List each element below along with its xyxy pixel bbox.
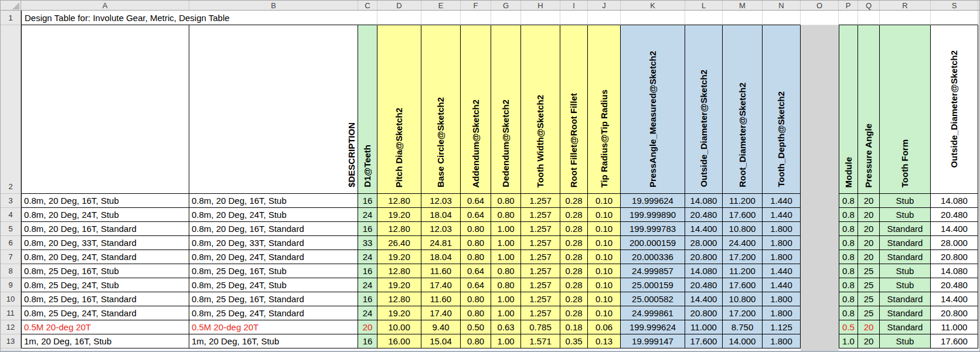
cell-F5[interactable]: 0.80 [461, 222, 491, 236]
cell-C1[interactable] [358, 11, 377, 25]
cell-F11[interactable]: 0.80 [461, 306, 491, 320]
cell-G7[interactable]: 1.00 [491, 250, 521, 264]
cell-B13[interactable]: 1m, 20 Deg, 16T, Stub [189, 334, 358, 348]
cell-N8[interactable]: 1.440 [763, 264, 801, 278]
cell-K9[interactable]: 25.000159 [621, 278, 685, 292]
cell-E1[interactable] [421, 11, 461, 25]
cell-R2-header[interactable]: Tooth Form [880, 25, 931, 194]
cell-N3[interactable]: 1.440 [763, 194, 801, 208]
cell-Q7[interactable]: 20 [858, 250, 880, 264]
cell-D3[interactable]: 12.80 [377, 194, 421, 208]
cell-H7[interactable]: 1.257 [521, 250, 560, 264]
cell-Q9[interactable]: 25 [858, 278, 880, 292]
cell-F4[interactable]: 0.64 [461, 208, 491, 222]
col-header-B[interactable]: B [189, 1, 358, 10]
cell-E12[interactable]: 9.40 [421, 320, 461, 334]
cell-A13[interactable]: 1m, 20 Deg, 16T, Stub [21, 334, 189, 348]
cell-E11[interactable]: 17.40 [421, 306, 461, 320]
cell-G5[interactable]: 1.00 [491, 222, 521, 236]
cell-P3[interactable]: 0.8 [839, 194, 858, 208]
cell-B8[interactable]: 0.8m, 25 Deg, 16T, Stub [189, 264, 358, 278]
cell-P1[interactable] [839, 11, 858, 25]
cell-J2-header[interactable]: Tip Radius@Tip Radius [588, 25, 621, 194]
cell-O2-header[interactable] [801, 25, 839, 194]
cell-G8[interactable]: 0.80 [491, 264, 521, 278]
cell-A7[interactable]: 0.8m, 20 Deg, 24T, Standard [21, 250, 189, 264]
cell-C9[interactable]: 24 [358, 278, 377, 292]
cell-H2-header[interactable]: Tooth Width@Sketch2 [521, 25, 560, 194]
row-header-1[interactable]: 1 [1, 11, 21, 25]
cell-K4[interactable]: 199.999890 [621, 208, 685, 222]
cell-M8[interactable]: 11.200 [723, 264, 763, 278]
cell-L12[interactable]: 11.000 [685, 320, 723, 334]
cell-L4[interactable]: 20.480 [685, 208, 723, 222]
cell-Q10[interactable]: 25 [858, 292, 880, 306]
cell-M1[interactable] [723, 11, 763, 25]
cell-H13[interactable]: 1.571 [521, 334, 560, 348]
cell-I3[interactable]: 0.28 [560, 194, 588, 208]
cell-H8[interactable]: 1.257 [521, 264, 560, 278]
cell-J5[interactable]: 0.10 [588, 222, 621, 236]
cell-O6[interactable] [801, 236, 839, 250]
cell-R4[interactable]: Stub [880, 208, 931, 222]
row-header-12[interactable]: 12 [1, 320, 21, 334]
cell-S9[interactable]: 20.480 [931, 278, 978, 292]
cell-D7[interactable]: 19.20 [377, 250, 421, 264]
cell-G6[interactable]: 1.00 [491, 236, 521, 250]
col-header-G[interactable]: G [491, 1, 521, 10]
cell-N7[interactable]: 1.800 [763, 250, 801, 264]
cell-R6[interactable]: Standard [880, 236, 931, 250]
cell-P6[interactable]: 0.8 [839, 236, 858, 250]
cell-M2-header[interactable]: Root_Diameter@Sketch2 [723, 25, 763, 194]
cell-H1[interactable] [521, 11, 560, 25]
cell-J9[interactable]: 0.10 [588, 278, 621, 292]
cell-O13[interactable] [801, 334, 839, 348]
cell-C11[interactable]: 24 [358, 306, 377, 320]
row-header-7[interactable]: 7 [1, 250, 21, 264]
cell-C4[interactable]: 24 [358, 208, 377, 222]
cell-S2-header[interactable]: Outside_Diameter@Sketch2 [931, 25, 978, 194]
cell-N1[interactable] [763, 11, 801, 25]
cell-B3[interactable]: 0.8m, 20 Deg, 16T, Stub [189, 194, 358, 208]
cell-J8[interactable]: 0.10 [588, 264, 621, 278]
row-header-8[interactable]: 8 [1, 264, 21, 278]
row-header-6[interactable]: 6 [1, 236, 21, 250]
cell-G9[interactable]: 0.80 [491, 278, 521, 292]
col-header-F[interactable]: F [461, 1, 491, 10]
cell-K8[interactable]: 24.999857 [621, 264, 685, 278]
cell-P9[interactable]: 0.8 [839, 278, 858, 292]
cell-J6[interactable]: 0.10 [588, 236, 621, 250]
cell-B7[interactable]: 0.8m, 20 Deg, 24T, Standard [189, 250, 358, 264]
cell-O3[interactable] [801, 194, 839, 208]
cell-O11[interactable] [801, 306, 839, 320]
col-header-S[interactable]: S [931, 1, 978, 10]
cell-K13[interactable]: 19.999147 [621, 334, 685, 348]
cell-P10[interactable]: 0.8 [839, 292, 858, 306]
cell-E2-header[interactable]: Base Circle@Sketch2 [421, 25, 461, 194]
cell-F8[interactable]: 0.64 [461, 264, 491, 278]
row-header-5[interactable]: 5 [1, 222, 21, 236]
cell-R7[interactable]: Standard [880, 250, 931, 264]
cell-L8[interactable]: 14.080 [685, 264, 723, 278]
cell-C2-header[interactable]: D1@Teeth [358, 25, 377, 194]
cell-N12[interactable]: 1.125 [763, 320, 801, 334]
cell-D5[interactable]: 12.80 [377, 222, 421, 236]
cell-L5[interactable]: 14.400 [685, 222, 723, 236]
col-header-P[interactable]: P [839, 1, 858, 10]
cell-D8[interactable]: 12.80 [377, 264, 421, 278]
cell-S5[interactable]: 14.400 [931, 222, 978, 236]
cell-C13[interactable]: 16 [358, 334, 377, 348]
cell-L11[interactable]: 20.800 [685, 306, 723, 320]
col-header-A[interactable]: A [21, 1, 189, 10]
row-header-4[interactable]: 4 [1, 208, 21, 222]
cell-F13[interactable]: 0.80 [461, 334, 491, 348]
cell-E6[interactable]: 24.81 [421, 236, 461, 250]
cell-L6[interactable]: 28.000 [685, 236, 723, 250]
cell-P8[interactable]: 0.8 [839, 264, 858, 278]
cell-I10[interactable]: 0.28 [560, 292, 588, 306]
cell-I8[interactable]: 0.28 [560, 264, 588, 278]
cell-J12[interactable]: 0.06 [588, 320, 621, 334]
cell-K1[interactable] [621, 11, 685, 25]
cell-E13[interactable]: 15.04 [421, 334, 461, 348]
cell-A3[interactable]: 0.8m, 20 Deg, 16T, Stub [21, 194, 189, 208]
